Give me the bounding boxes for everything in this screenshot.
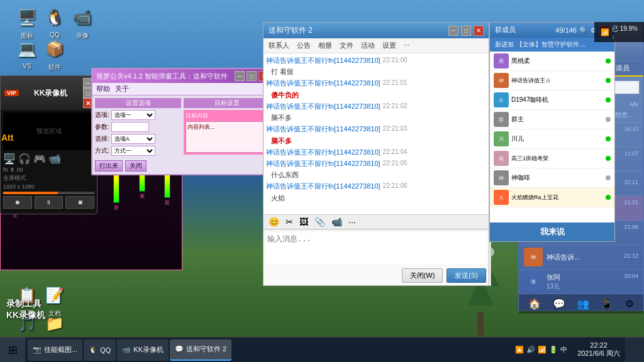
qq-menu-announce[interactable]: 公告 [297, 40, 311, 52]
group-member-1[interactable]: 黑 黑桃柔 [490, 52, 614, 71]
taskbar-show-desktop[interactable] [625, 337, 644, 363]
qq-more-icon[interactable]: ··· [348, 217, 356, 227]
group-member-6[interactable]: 高 高三1班稳考荣 [490, 149, 614, 168]
taskbar-item-screenshot[interactable]: 📷 佳能截图... [28, 339, 82, 361]
plugin-select-1[interactable]: 选项一 选项二 [111, 110, 155, 120]
plugin-scrollbox[interactable]: 内容列表... [186, 121, 268, 153]
plugin-select-3[interactable]: 方式一 [111, 146, 155, 156]
group-member-4[interactable]: 群 群主 [490, 110, 614, 129]
mixer-channel-6: 系 [130, 160, 153, 267]
plugin-action-btn-1[interactable]: 打出来 [95, 160, 123, 172]
taskbar-start-button[interactable]: ⊞ [0, 337, 25, 363]
mixer-label-7: 应 [165, 199, 170, 206]
group-member-name-6: 高三1班稳考荣 [511, 155, 548, 163]
kk-label-line2: KK录像机 [6, 310, 45, 321]
plugin-maximize[interactable]: □ [247, 71, 257, 81]
qq-msg-2-user: 神话告诉值王不留行fn[11442273810] [266, 79, 380, 88]
kk-progress-fill [3, 192, 58, 194]
profile-msg-time-5: 21:21 [624, 199, 638, 209]
taskbar-item-software[interactable]: 💬 送和守软件 2 [170, 339, 231, 361]
taskbar-tray-icon-4[interactable]: 🔋 [549, 346, 558, 354]
qq-menu-settings[interactable]: 设置 [382, 40, 396, 52]
taskbar-item-kk[interactable]: 📹 KK录像机 [117, 339, 169, 361]
plugin-action-btn-2[interactable]: 关闭 [125, 160, 147, 172]
group-member-2[interactable]: 神 神话告诉值王☆ [490, 71, 614, 90]
qq-chat-maximize[interactable]: □ [461, 26, 471, 36]
desktop-icon-5[interactable]: 📦 软件 [33, 36, 77, 72]
plugin-label-3: 选择: [95, 134, 109, 143]
plugin-menu-help[interactable]: 帮助 [96, 84, 110, 94]
group-member-avatar-3: D [494, 92, 509, 107]
kk-stop-button[interactable]: ⏹ [65, 196, 94, 209]
mixer-label-6: 系 [140, 193, 145, 200]
profile-msg-time-4: 22:11 [624, 179, 638, 189]
qq-chat-titlebar: 送和守软件 2 ─ □ ✕ [264, 23, 489, 38]
qq-input-box[interactable] [266, 233, 486, 264]
kk-mode-label: 全屏模式 [3, 174, 94, 182]
qq-file-icon[interactable]: 📎 [314, 217, 325, 227]
kk-controller-icon[interactable]: 🎮 [33, 153, 46, 165]
profile-bottom-apps-icon[interactable]: 📱 [601, 298, 613, 310]
qq-emoji-icon[interactable]: 😊 [269, 217, 279, 227]
group-search-icon[interactable]: 🔍 [579, 26, 588, 35]
profile-bottom-chat-icon[interactable]: 💬 [553, 298, 565, 310]
taskbar-clock[interactable]: 22:22 2021/6/6 周六 [572, 341, 625, 358]
plugin-menu-about[interactable]: 关于 [115, 84, 129, 94]
plugin-title: 视梦公关v4.1.2 智能弹窗工具：送和守软件 [96, 72, 228, 81]
qq-chat-minimize[interactable]: ─ [448, 26, 458, 36]
kk-preview-area: 预览区域 [3, 112, 94, 150]
kk-headset-icon[interactable]: 🎧 [18, 153, 31, 165]
qq-message-1: 神话告诉值王不留行fn[11442273810] 22:21:00 [266, 56, 486, 65]
qq-video-call-icon[interactable]: 📹 [331, 217, 342, 227]
taskbar-tray-lang[interactable]: 中 [560, 345, 567, 354]
kk-pause-button[interactable]: ⏸ [35, 196, 64, 209]
taskbar-item-qq[interactable]: 🐧 QQ [84, 339, 116, 361]
taskbar-tray-icon-2[interactable]: 🔊 [526, 346, 535, 354]
taskbar-qq-label: QQ [100, 346, 111, 354]
group-member-avatar-1: 黑 [494, 53, 509, 69]
profile-msg-item-7[interactable]: 神 神话告诉... 21:12 [519, 245, 643, 270]
qq-close-button[interactable]: 关闭(W) [402, 268, 443, 283]
kk-record-button[interactable]: ⏺ [3, 196, 32, 209]
group-member-status-5 [606, 136, 611, 141]
plugin-input-1[interactable] [111, 122, 149, 132]
plugin-select-2[interactable]: 选项A [111, 134, 155, 144]
kk-title: KK录像机 [34, 88, 67, 99]
profile-msg-preview-8: 13元 [547, 282, 638, 291]
profile-msg-time-3: 11:07 [624, 150, 638, 160]
my-message-button[interactable]: 我来说 [490, 222, 614, 241]
qq-image-icon[interactable]: 🖼 [299, 217, 308, 227]
plugin-action-buttons: 打出来 关闭 [95, 160, 181, 172]
qq-menu-more[interactable]: ··· [404, 40, 409, 52]
taskbar-tray-icon-3[interactable]: 📶 [538, 346, 547, 354]
plugin-label-4: 方式: [95, 146, 109, 155]
profile-msg-header-7: 神话告诉... 21:12 [547, 253, 638, 262]
profile-msg-item-8[interactable]: 张 张阿 20:04 13元 [519, 270, 643, 294]
group-member-3[interactable]: D D1947咖啡机 [490, 90, 614, 110]
qq-msg-6-time: 22:21:05 [383, 159, 408, 168]
qq-menu-album[interactable]: 相册 [318, 40, 332, 52]
group-member-8[interactable]: 火 火焰燃烧Ra上宝花 [490, 188, 614, 207]
qq-screenshot-icon[interactable]: ✂ [286, 217, 293, 227]
qq-menu-contacts[interactable]: 联系人 [269, 40, 289, 52]
group-member-avatar-5: 川 [494, 131, 509, 146]
plugin-minimize[interactable]: ─ [235, 71, 245, 81]
qq-send-button[interactable]: 发送(S) [447, 268, 486, 283]
group-member-name-3: D1947咖啡机 [511, 96, 548, 104]
qq-menu-activity[interactable]: 活动 [361, 40, 375, 52]
taskbar-tray-icon-1[interactable]: 🔼 [515, 346, 524, 354]
wifi-speed: ↓ [612, 33, 638, 40]
qq-menu-file[interactable]: 文件 [340, 40, 353, 52]
mixer-channel-5: 音 [105, 160, 128, 267]
kk-monitor-icon[interactable]: 🖥️ [3, 153, 16, 165]
group-member-5[interactable]: 川 川儿 [490, 129, 614, 149]
profile-bottom-home-icon[interactable]: 🏠 [528, 298, 541, 310]
plugin-titlebar: 视梦公关v4.1.2 智能弹窗工具：送和守软件 ─ □ ✕ [92, 69, 272, 83]
profile-bottom-settings-icon[interactable]: ⚙ [625, 298, 634, 310]
desktop-icon-img-9: 📁 [42, 311, 67, 336]
profile-bottom-contacts-icon[interactable]: 👥 [577, 298, 589, 310]
kk-video-icon[interactable]: 📹 [48, 153, 61, 165]
group-member-7[interactable]: 神 神咖啡 [490, 168, 614, 188]
qq-chat-close[interactable]: ✕ [474, 26, 484, 36]
desktop-icon-3[interactable]: 📹 录像 [60, 5, 104, 40]
